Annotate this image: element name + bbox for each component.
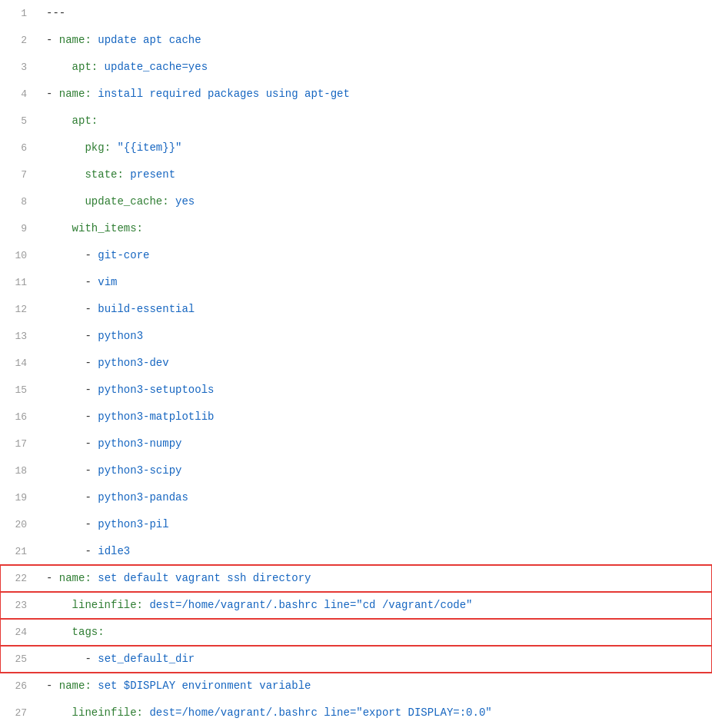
line-content-6: pkg: "{{item}}"	[42, 135, 712, 161]
line-number-12: 12	[0, 296, 42, 323]
code-line-1: 1 ---	[0, 0, 712, 27]
line-content-3: apt: update_cache=yes	[42, 54, 712, 81]
line-content-26: - name: set $DISPLAY environment variabl…	[42, 673, 712, 700]
code-line-5: 5 apt:	[0, 108, 712, 135]
line-content-17: - python3-numpy	[42, 430, 712, 457]
code-line-16: 16 - python3-matplotlib	[0, 404, 712, 430]
line-content-25: - set_default_dir	[42, 646, 712, 673]
line-content-1: ---	[42, 0, 712, 27]
line-number-18: 18	[0, 457, 42, 484]
line-content-18: - python3-scipy	[42, 457, 712, 484]
line-number-21: 21	[0, 538, 42, 565]
line-content-10: - git-core	[42, 242, 712, 269]
code-line-6: 6 pkg: "{{item}}"	[0, 135, 712, 161]
line-number-25: 25	[0, 646, 42, 673]
line-number-14: 14	[0, 350, 42, 377]
line-content-16: - python3-matplotlib	[42, 404, 712, 430]
code-line-19: 19 - python3-pandas	[0, 484, 712, 511]
line-content-4: - name: install required packages using …	[42, 81, 712, 108]
line-number-19: 19	[0, 484, 42, 511]
line-content-23: lineinfile: dest=/home/vagrant/.bashrc l…	[42, 592, 712, 619]
line-number-4: 4	[0, 81, 42, 108]
code-line-26: 26 - name: set $DISPLAY environment vari…	[0, 673, 712, 700]
code-line-15: 15 - python3-setuptools	[0, 377, 712, 404]
line-number-5: 5	[0, 108, 42, 135]
line-number-6: 6	[0, 135, 42, 161]
line-content-2: - name: update apt cache	[42, 27, 712, 54]
line-content-12: - build-essential	[42, 296, 712, 323]
code-line-23: 23 lineinfile: dest=/home/vagrant/.bashr…	[0, 592, 712, 619]
line-content-14: - python3-dev	[42, 350, 712, 377]
line-number-16: 16	[0, 404, 42, 430]
line-number-10: 10	[0, 242, 42, 269]
line-content-27: lineinfile: dest=/home/vagrant/.bashrc l…	[42, 700, 712, 726]
line-number-7: 7	[0, 161, 42, 188]
line-content-15: - python3-setuptools	[42, 377, 712, 404]
line-content-9: with_items:	[42, 215, 712, 242]
code-line-12: 12 - build-essential	[0, 296, 712, 323]
line-content-8: update_cache: yes	[42, 188, 712, 215]
line-content-21: - idle3	[42, 538, 712, 565]
line-number-3: 3	[0, 54, 42, 81]
code-line-24: 24 tags:	[0, 619, 712, 646]
line-number-26: 26	[0, 673, 42, 700]
line-number-22: 22	[0, 565, 42, 592]
line-number-17: 17	[0, 430, 42, 457]
line-number-2: 2	[0, 27, 42, 54]
code-editor: 1 --- 2 - name: update apt cache 3 apt: …	[0, 0, 712, 728]
line-content-20: - python3-pil	[42, 511, 712, 538]
line-content-19: - python3-pandas	[42, 484, 712, 511]
code-line-25: 25 - set_default_dir	[0, 646, 712, 673]
code-line-20: 20 - python3-pil	[0, 511, 712, 538]
line-number-15: 15	[0, 377, 42, 404]
code-line-2: 2 - name: update apt cache	[0, 27, 712, 54]
line-number-27: 27	[0, 700, 42, 726]
code-line-11: 11 - vim	[0, 269, 712, 296]
line-number-9: 9	[0, 215, 42, 242]
code-line-14: 14 - python3-dev	[0, 350, 712, 377]
line-number-8: 8	[0, 188, 42, 215]
code-line-9: 9 with_items:	[0, 215, 712, 242]
line-content-13: - python3	[42, 323, 712, 350]
line-number-20: 20	[0, 511, 42, 538]
line-content-22: - name: set default vagrant ssh director…	[42, 565, 712, 592]
line-content-7: state: present	[42, 161, 712, 188]
code-line-13: 13 - python3	[0, 323, 712, 350]
code-line-18: 18 - python3-scipy	[0, 457, 712, 484]
code-line-8: 8 update_cache: yes	[0, 188, 712, 215]
line-content-24: tags:	[42, 619, 712, 646]
line-content-5: apt:	[42, 108, 712, 135]
line-number-24: 24	[0, 619, 42, 646]
code-line-4: 4 - name: install required packages usin…	[0, 81, 712, 108]
line-content-11: - vim	[42, 269, 712, 296]
code-line-3: 3 apt: update_cache=yes	[0, 54, 712, 81]
code-line-10: 10 - git-core	[0, 242, 712, 269]
line-number-23: 23	[0, 592, 42, 619]
code-line-22: 22 - name: set default vagrant ssh direc…	[0, 565, 712, 592]
code-line-27: 27 lineinfile: dest=/home/vagrant/.bashr…	[0, 700, 712, 726]
line-number-1: 1	[0, 0, 42, 27]
code-line-21: 21 - idle3	[0, 538, 712, 565]
line-number-13: 13	[0, 323, 42, 350]
code-line-17: 17 - python3-numpy	[0, 430, 712, 457]
code-line-7: 7 state: present	[0, 161, 712, 188]
line-number-11: 11	[0, 269, 42, 296]
